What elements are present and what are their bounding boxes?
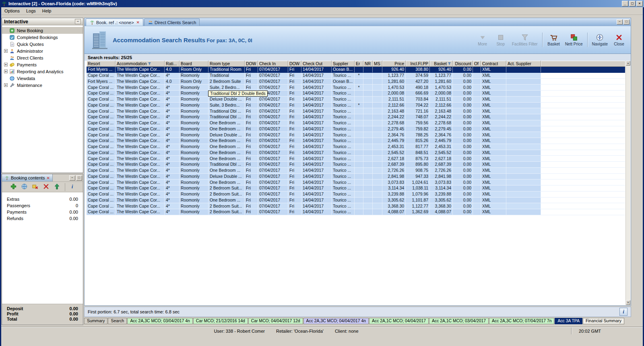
grid-cell[interactable]: 07/04/2017	[258, 162, 288, 167]
column-header-dow-5[interactable]: DOW	[245, 61, 258, 66]
grid-cell[interactable]: The Westin Cape Cor...	[116, 120, 165, 126]
grid-cell[interactable]: 2,726.26	[382, 168, 406, 173]
grid-cell[interactable]: 07/04/2017	[258, 192, 288, 197]
bottom-tab-acc-2a-3c-mco-03-04-2017-4n[interactable]: Acc 2A,3C MCO; 03/04/2017 4n	[127, 318, 192, 324]
grid-cell[interactable]: Fri	[245, 174, 258, 179]
grid-cell[interactable]	[506, 108, 541, 114]
grid-cell[interactable]: 2,278.68	[382, 120, 406, 126]
grid-cell[interactable]: 947.33	[406, 174, 430, 179]
grid-cell[interactable]: 0.00	[453, 168, 473, 173]
grid-cell[interactable]: Room Only	[180, 79, 208, 84]
grid-cell[interactable]	[373, 144, 382, 150]
grid-cell[interactable]: 1,038.11	[406, 185, 430, 191]
grid-cell[interactable]: Fri	[288, 156, 301, 161]
grid-cell[interactable]	[373, 138, 382, 144]
grid-cell[interactable]: Suite, 3 Bedro...	[208, 103, 245, 108]
grid-cell[interactable]	[373, 84, 382, 90]
result-row[interactable]: Cape Coral ...The Westin Cape Cor...4*Ro…	[87, 108, 625, 114]
grid-cell[interactable]: Fri	[288, 103, 301, 108]
grid-cell[interactable]	[506, 198, 541, 203]
grid-cell[interactable]	[373, 132, 382, 138]
grid-cell[interactable]: 3,114.34	[430, 185, 453, 191]
grid-cell[interactable]: XML	[481, 79, 506, 84]
grid-cell[interactable]: 4*	[165, 144, 180, 150]
grid-cell[interactable]: Tourico ...	[332, 126, 355, 132]
grid-cell[interactable]: Fri	[288, 144, 301, 150]
grid-cell[interactable]: 07/04/2017	[258, 120, 288, 126]
grid-cell[interactable]: 07/04/2017	[258, 198, 288, 203]
grid-cell[interactable]: 4*	[165, 126, 180, 132]
grid-cell[interactable]: Roomonly	[180, 203, 208, 209]
grid-cell[interactable]	[355, 114, 363, 120]
booking-minimize-button[interactable]: −	[69, 175, 75, 181]
grid-cell[interactable]: 0.00	[453, 150, 473, 156]
grid-cell[interactable]: 2,364.76	[382, 132, 406, 138]
menu-options[interactable]: Options	[1, 8, 23, 14]
grid-cell[interactable]: The Westin Cape Cor...	[116, 114, 165, 120]
grid-cell[interactable]: 4*	[165, 156, 180, 161]
grid-cell[interactable]: 2,545.52	[430, 150, 453, 156]
tab-book-ref-none[interactable]: Book. ref .: <none>✕	[86, 19, 143, 26]
grid-cell[interactable]: 14/04/2017	[301, 67, 332, 72]
menu-logs[interactable]: Logs	[23, 8, 39, 14]
grid-cell[interactable]: The Westin Cape Cor...	[116, 132, 165, 138]
grid-cell[interactable]: 2,841.98	[430, 174, 453, 179]
grid-cell[interactable]	[373, 179, 382, 185]
grid-cell[interactable]: 0.00	[453, 185, 473, 191]
result-row[interactable]: Cape Coral ...The Westin Cape Cor...4*Ro…	[87, 138, 625, 144]
grid-cell[interactable]: 1,470.53	[382, 84, 406, 90]
grid-cell[interactable]: Fri	[288, 162, 301, 167]
grid-cell[interactable]	[473, 192, 481, 197]
grid-cell[interactable]	[373, 198, 382, 203]
grid-cell[interactable]	[373, 150, 382, 156]
grid-cell[interactable]	[506, 91, 541, 96]
grid-cell[interactable]: Cape Coral ...	[87, 168, 116, 173]
result-row[interactable]: Cape Coral ...The Westin Cape Cor...4*Ro…	[87, 91, 625, 97]
grid-cell[interactable]: 2,687.39	[382, 162, 406, 167]
bottom-tab-car-mco-21-12-2016-14d[interactable]: Car MCO; 21/12/2016 14d	[193, 318, 248, 324]
grid-cell[interactable]: 07/04/2017	[258, 203, 288, 209]
grid-cell[interactable]: 07/04/2017	[258, 132, 288, 138]
grid-cell[interactable]: 0.00	[453, 162, 473, 167]
grid-cell[interactable]: Fri	[288, 97, 301, 102]
grid-cell[interactable]: Cape Coral ...	[87, 138, 116, 144]
grid-cell[interactable]	[355, 203, 363, 209]
column-header-basket-15[interactable]: Basket	[430, 61, 453, 66]
grid-cell[interactable]	[373, 156, 382, 161]
grid-cell[interactable]: Fri	[288, 138, 301, 144]
booking-contents-tab[interactable]: Booking contents ✕	[2, 174, 53, 181]
grid-cell[interactable]: Traditional Room	[208, 67, 245, 72]
grid-cell[interactable]: 07/04/2017	[258, 179, 288, 185]
grid-cell[interactable]: Roomonly	[180, 126, 208, 132]
grid-cell[interactable]: 3,239.88	[430, 192, 453, 197]
grid-cell[interactable]	[373, 209, 382, 215]
mdi-minimize-button[interactable]: −	[617, 19, 623, 25]
grid-cell[interactable]: 490.18	[406, 84, 430, 90]
grid-cell[interactable]: 0.00	[453, 174, 473, 179]
grid-cell[interactable]	[363, 91, 373, 96]
grid-cell[interactable]: 3,239.88	[382, 192, 406, 197]
sidebar-item-direct-clients[interactable]: +Direct Clients	[2, 54, 83, 61]
booking-restore-button[interactable]: □	[76, 175, 82, 181]
grid-cell[interactable]	[373, 103, 382, 108]
grid-cell[interactable]: Tourico ...	[332, 138, 355, 144]
grid-cell[interactable]: 703.84	[406, 97, 430, 102]
grid-cell[interactable]: Cape Coral ...	[87, 209, 116, 215]
grid-cell[interactable]: 2,726.26	[430, 168, 453, 173]
grid-cell[interactable]: 2,627.18	[430, 156, 453, 161]
bottom-tab-acc-2a-3c-mco-07-04-2017-7n[interactable]: Acc 2A,3C MCO; 07/04/2017 7n	[489, 318, 554, 324]
grid-cell[interactable]: 0.00	[453, 132, 473, 138]
grid-cell[interactable]	[363, 67, 373, 72]
grid-cell[interactable]: Tourico ...	[332, 209, 355, 215]
grid-cell[interactable]: 14/04/2017	[301, 97, 332, 102]
grid-cell[interactable]: Room Only	[180, 67, 208, 72]
grid-cell[interactable]	[363, 108, 373, 114]
grid-cell[interactable]: XML	[481, 126, 506, 132]
grid-cell[interactable]: 14/04/2017	[301, 203, 332, 209]
grid-cell[interactable]: XML	[481, 91, 506, 96]
grid-cell[interactable]: Roomonly	[180, 150, 208, 156]
grid-cell[interactable]	[473, 156, 481, 161]
grid-cell[interactable]: 2,687.39	[430, 162, 453, 167]
grid-cell[interactable]: 4*	[165, 103, 180, 108]
grid-cell[interactable]: Tourico ...	[332, 162, 355, 167]
